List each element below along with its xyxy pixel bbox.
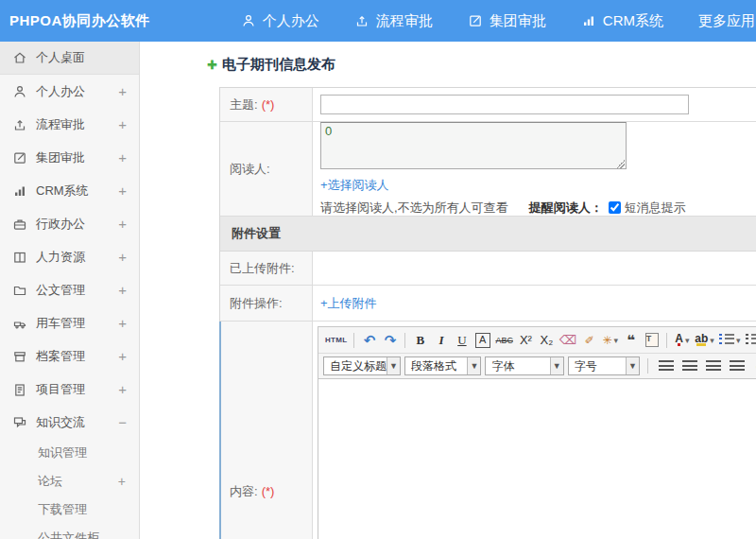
car-icon (12, 316, 27, 331)
expander-icon[interactable]: + (118, 382, 127, 396)
page-title: 电子期刊信息发布 (222, 56, 335, 74)
expander-icon[interactable]: + (118, 183, 127, 198)
uploaded-attachments-label: 已上传附件: (220, 252, 313, 285)
nav-item-group-approval[interactable]: 集团审批 (468, 12, 546, 30)
highlight-color-button[interactable]: ab▾ (693, 330, 716, 351)
sidebar-item-vehicle-management[interactable]: 用车管理+ (0, 306, 139, 339)
sidebar-item-human-resources[interactable]: 人力资源+ (0, 240, 139, 273)
font-family-select[interactable]: 字体▼ (485, 356, 563, 375)
sidebar-item-personal-office[interactable]: 个人办公+ (0, 75, 139, 108)
paste-text-button[interactable]: T (642, 330, 662, 351)
sidebar-item-admin-office[interactable]: 行政办公+ (0, 207, 139, 240)
sidebar-item-personal-desktop[interactable]: 个人桌面 (0, 42, 139, 75)
ordered-list-button[interactable]: ▾ (717, 330, 743, 351)
page-title-row: ✚ 电子期刊信息发布 (207, 56, 756, 74)
subject-row: 主题: (*) (220, 88, 756, 122)
undo-button[interactable]: ↶ (359, 330, 379, 351)
font-size-select[interactable]: 字号▼ (568, 356, 640, 375)
link-button[interactable]: ∞ (750, 356, 756, 376)
superscript-icon: X² (520, 333, 532, 347)
sidebar-item-archive-management[interactable]: 档案管理+ (0, 339, 139, 373)
process-icon (354, 13, 369, 28)
sidebar-item-knowledge-exchange[interactable]: 知识交流− (0, 406, 139, 439)
expander-icon[interactable]: + (118, 84, 127, 98)
expander-icon[interactable]: + (118, 474, 126, 489)
toolbar-separator (404, 333, 405, 348)
subject-input[interactable] (320, 95, 689, 114)
eraser-button[interactable]: ⌫ (558, 330, 578, 351)
ordered-list-icon (719, 334, 734, 346)
html-source-button[interactable]: HTML (323, 330, 349, 351)
redo-button[interactable]: ↷ (380, 330, 400, 351)
clean-brush-icon: ✐ (585, 334, 594, 347)
briefcase-icon (12, 217, 27, 232)
readers-row: 阅读人: 0 +选择阅读人 请选择阅读人,不选为所有人可查看 提醒阅读人： 短消… (220, 122, 756, 217)
chart-icon (581, 13, 596, 28)
autoformat-button[interactable]: ✳▾ (600, 330, 620, 351)
sms-remind-checkbox[interactable] (609, 201, 621, 214)
clean-brush-button[interactable]: ✐ (579, 330, 599, 351)
select-value: 字号 (569, 358, 626, 374)
font-color-button[interactable]: A▾ (672, 330, 692, 351)
expander-icon[interactable]: + (118, 316, 127, 330)
readers-textarea[interactable]: 0 (320, 122, 627, 169)
sidebar-item-document-management[interactable]: 公文管理+ (0, 273, 139, 306)
strikethrough-button[interactable]: ABC (493, 330, 515, 351)
toolbar-separator (647, 358, 648, 374)
editor-toolbar-row1: HTML↶↷BIUAABCX²X₂⌫✐✳▾❝TA▾ab▾▾ (318, 327, 756, 354)
sidebar-item-workflow-approval[interactable]: 流程审批+ (0, 108, 139, 141)
person-icon (241, 13, 256, 28)
upload-attachment-link[interactable]: +上传附件 (320, 295, 756, 312)
sidebar-subitem-label: 知识管理 (38, 444, 126, 461)
align-left-button[interactable] (656, 356, 676, 376)
select-value: 字体 (486, 358, 549, 374)
person-icon (12, 84, 27, 99)
align-right-button[interactable] (703, 356, 723, 376)
sidebar-subitem-download-management[interactable]: 下载管理 (0, 496, 139, 524)
align-center-button[interactable] (679, 356, 699, 376)
attachment-action-row: 附件操作: +上传附件 (220, 286, 756, 322)
html-source-icon: HTML (325, 336, 347, 344)
superscript-button[interactable]: X² (516, 330, 536, 351)
editor-toolbar-row2: 自定义标题▼段落格式▼字体▼字号▼∞∞ (318, 354, 756, 379)
nav-item-label: CRM系统 (603, 12, 663, 30)
subscript-button[interactable]: X₂ (537, 330, 557, 351)
nav-item-crm-system[interactable]: CRM系统 (581, 12, 663, 30)
italic-icon: I (438, 333, 443, 348)
nav-item-personal-office[interactable]: 个人办公 (241, 12, 319, 30)
expander-icon[interactable]: + (118, 150, 127, 165)
sidebar-item-project-management[interactable]: 项目管理+ (0, 373, 139, 406)
blockquote-button[interactable]: ❝ (621, 330, 641, 351)
custom-title-select[interactable]: 自定义标题▼ (323, 356, 401, 375)
italic-button[interactable]: I (431, 330, 451, 351)
nav-item-workflow-approval[interactable]: 流程审批 (354, 12, 433, 30)
book-icon (12, 250, 27, 265)
box-font-button[interactable]: A (472, 330, 492, 351)
sidebar-item-crm-system[interactable]: CRM系统+ (0, 174, 139, 207)
readers-label: 阅读人: (220, 122, 313, 216)
sidebar-subitem-public-file-cabinet[interactable]: 公共文件柜 (0, 524, 139, 539)
sidebar-item-group-approval[interactable]: 集团审批+ (0, 141, 139, 174)
expander-icon[interactable]: + (118, 250, 127, 264)
expander-icon[interactable]: − (118, 415, 127, 429)
sidebar-item-label: 公文管理 (36, 282, 118, 299)
editor-content-area[interactable] (318, 379, 756, 539)
undo-icon: ↶ (364, 332, 376, 349)
expander-icon[interactable]: + (118, 283, 127, 297)
bold-button[interactable]: B (410, 330, 430, 351)
rich-text-editor: HTML↶↷BIUAABCX²X₂⌫✐✳▾❝TA▾ab▾▾ 自定义标题▼段落格式… (318, 326, 756, 539)
expander-icon[interactable]: + (118, 217, 127, 231)
sidebar-subitem-knowledge-management[interactable]: 知识管理 (0, 439, 139, 467)
paragraph-format-select[interactable]: 段落格式▼ (404, 356, 481, 375)
underline-button[interactable]: U (452, 330, 472, 351)
select-readers-link[interactable]: +选择阅读人 (320, 177, 756, 194)
expander-icon[interactable]: + (118, 349, 127, 363)
uploaded-attachments-value (313, 252, 756, 285)
bold-icon: B (417, 333, 425, 348)
sidebar-subitem-forum[interactable]: 论坛+ (0, 467, 139, 496)
expander-icon[interactable]: + (118, 117, 127, 131)
sidebar-item-label: 个人办公 (36, 83, 118, 100)
nav-item-more-apps[interactable]: 更多应用▾ (698, 12, 756, 30)
unordered-list-button[interactable] (743, 330, 756, 351)
align-justify-button[interactable] (727, 356, 747, 376)
